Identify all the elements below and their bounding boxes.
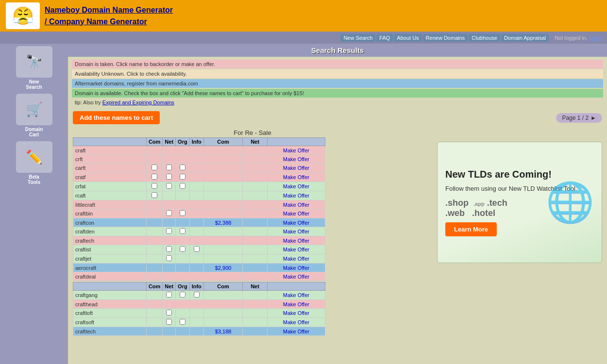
domain-name-cell[interactable]: craftbin: [73, 209, 147, 218]
make-offer-link[interactable]: Make Offer: [283, 193, 309, 199]
org-checkbox-cell[interactable]: [176, 264, 190, 272]
nav-appraisal[interactable]: Domain Appraisal: [501, 34, 549, 42]
org-checkbox-cell[interactable]: [176, 300, 190, 309]
make-offer-cell[interactable]: Make Offer: [267, 155, 325, 164]
make-offer-link[interactable]: Make Offer: [283, 165, 309, 171]
make-offer-link[interactable]: Make Offer: [283, 156, 309, 162]
make-offer-link[interactable]: Make Offer: [283, 174, 309, 180]
expired-domains-link[interactable]: Expired and Expiring Domains: [102, 99, 174, 105]
net-checkbox-cell[interactable]: [163, 182, 176, 191]
make-offer-link[interactable]: Make Offer: [283, 202, 309, 208]
info-checkbox-cell[interactable]: [189, 245, 203, 254]
domain-name-cell[interactable]: craftech: [73, 236, 147, 245]
com-checkbox-cell[interactable]: [146, 300, 162, 309]
org-checkbox-cell[interactable]: [176, 191, 190, 200]
domain-name-cell[interactable]: crft: [73, 155, 147, 164]
net-checkbox-cell[interactable]: [163, 300, 176, 309]
make-offer-cell[interactable]: Make Offer: [267, 264, 325, 272]
com-checkbox-cell[interactable]: [146, 191, 162, 200]
com-checkbox-cell[interactable]: [146, 272, 162, 281]
com-checkbox-cell[interactable]: [146, 327, 162, 336]
net-checkbox-cell[interactable]: [163, 309, 176, 318]
domain-name-cell[interactable]: carft: [73, 164, 147, 173]
com-checkbox-cell[interactable]: [146, 227, 162, 236]
make-offer-link[interactable]: Make Offer: [283, 256, 309, 262]
nav-renew[interactable]: Renew Domains: [423, 34, 468, 42]
net-checkbox-cell[interactable]: [163, 164, 176, 173]
info-checkbox-cell[interactable]: [189, 200, 203, 209]
info-checkbox-cell[interactable]: [189, 291, 203, 300]
com-checkbox-cell[interactable]: [146, 218, 162, 227]
com-price-cell[interactable]: $3,188: [203, 327, 242, 336]
com-price-cell[interactable]: $2,388: [203, 218, 242, 227]
make-offer-cell[interactable]: Make Offer: [267, 245, 325, 254]
nav-clubhouse[interactable]: Clubhouse: [469, 34, 500, 42]
make-offer-cell[interactable]: Make Offer: [267, 327, 325, 336]
org-checkbox-cell[interactable]: [176, 318, 190, 327]
net-checkbox-cell[interactable]: [163, 327, 176, 336]
info-checkbox-cell[interactable]: [189, 327, 203, 336]
org-checkbox-cell[interactable]: [176, 236, 190, 245]
make-offer-cell[interactable]: Make Offer: [267, 218, 325, 227]
make-offer-cell[interactable]: Make Offer: [267, 254, 325, 264]
info-checkbox-cell[interactable]: [189, 218, 203, 227]
domain-name-cell[interactable]: cratf: [73, 173, 147, 182]
org-checkbox-cell[interactable]: [176, 200, 190, 209]
net-checkbox-cell[interactable]: [163, 236, 176, 245]
org-checkbox-cell[interactable]: [176, 155, 190, 164]
nav-new-search[interactable]: New Search: [340, 34, 375, 42]
com-checkbox-cell[interactable]: [146, 245, 162, 254]
info-checkbox-cell[interactable]: [189, 146, 203, 155]
domain-name-cell[interactable]: crafthead: [73, 300, 147, 309]
com-checkbox-cell[interactable]: [146, 209, 162, 218]
make-offer-link[interactable]: Make Offer: [283, 292, 309, 298]
site-title-link[interactable]: Nameboy Domain Name Generator: [45, 4, 173, 16]
info-checkbox-cell[interactable]: [189, 309, 203, 318]
make-offer-link[interactable]: Make Offer: [283, 211, 309, 216]
domain-name-cell[interactable]: littlecraft: [73, 200, 147, 209]
net-checkbox-cell[interactable]: [163, 318, 176, 327]
net-checkbox-cell[interactable]: [163, 272, 176, 281]
company-title-link[interactable]: / Company Name Generator: [45, 16, 173, 28]
com-checkbox-cell[interactable]: [146, 291, 162, 300]
com-checkbox-cell[interactable]: [146, 318, 162, 327]
make-offer-link[interactable]: Make Offer: [283, 220, 309, 226]
net-checkbox-cell[interactable]: [163, 146, 176, 155]
net-checkbox-cell[interactable]: [163, 218, 176, 227]
sidebar-new-search[interactable]: 🔭: [16, 46, 52, 78]
make-offer-link[interactable]: Make Offer: [283, 274, 309, 280]
org-checkbox-cell[interactable]: [176, 218, 190, 227]
make-offer-cell[interactable]: Make Offer: [267, 272, 325, 281]
org-checkbox-cell[interactable]: [176, 182, 190, 191]
net-checkbox-cell[interactable]: [163, 191, 176, 200]
next-page-arrow[interactable]: ►: [590, 115, 596, 121]
domain-name-cell[interactable]: craft: [73, 146, 147, 155]
net-checkbox-cell[interactable]: [163, 155, 176, 164]
make-offer-cell[interactable]: Make Offer: [267, 191, 325, 200]
ad-learn-more-button[interactable]: Learn More: [445, 222, 497, 236]
com-checkbox-cell[interactable]: [146, 236, 162, 245]
make-offer-cell[interactable]: Make Offer: [267, 227, 325, 236]
login-link[interactable]: Login: [589, 35, 602, 41]
net-checkbox-cell[interactable]: [163, 173, 176, 182]
net-checkbox-cell[interactable]: [163, 200, 176, 209]
make-offer-cell[interactable]: Make Offer: [267, 182, 325, 191]
net-checkbox-cell[interactable]: [163, 254, 176, 264]
com-price-cell[interactable]: $2,900: [203, 264, 242, 272]
com-checkbox-cell[interactable]: [146, 182, 162, 191]
net-checkbox-cell[interactable]: [163, 291, 176, 300]
net-checkbox-cell[interactable]: [163, 227, 176, 236]
make-offer-cell[interactable]: Make Offer: [267, 200, 325, 209]
make-offer-link[interactable]: Make Offer: [283, 310, 309, 316]
com-checkbox-cell[interactable]: [146, 309, 162, 318]
com-checkbox-cell[interactable]: [146, 173, 162, 182]
org-checkbox-cell[interactable]: [176, 209, 190, 218]
info-checkbox-cell[interactable]: [189, 155, 203, 164]
info-checkbox-cell[interactable]: [189, 164, 203, 173]
org-checkbox-cell[interactable]: [176, 227, 190, 236]
make-offer-link[interactable]: Make Offer: [283, 238, 309, 244]
sidebar-beta-tools[interactable]: ✏️: [16, 141, 52, 173]
make-offer-link[interactable]: Make Offer: [283, 329, 309, 334]
make-offer-cell[interactable]: Make Offer: [267, 236, 325, 245]
make-offer-link[interactable]: Make Offer: [283, 265, 309, 271]
